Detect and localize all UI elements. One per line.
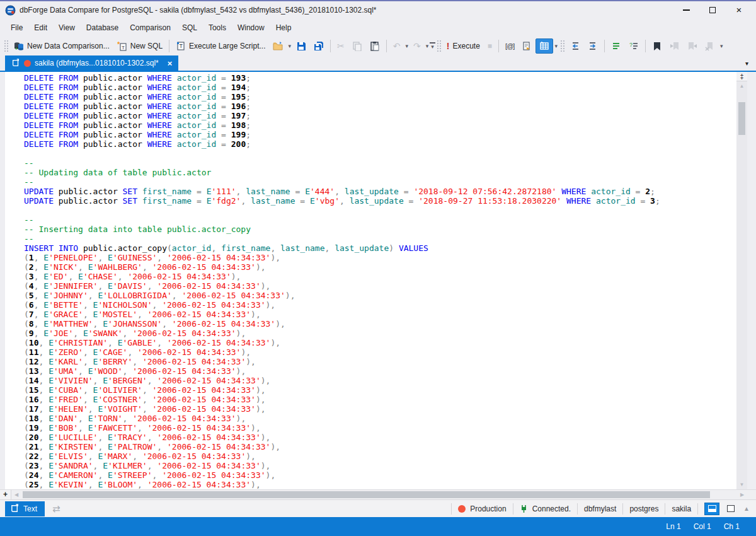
edit-parameters-button[interactable]: [@] [501, 40, 518, 52]
connection-status[interactable]: Connected. [520, 504, 571, 513]
code-line[interactable]: (25, E'KEVIN', E'BLOOM', '2006-02-15 04:… [24, 480, 736, 489]
next-bookmark-button[interactable] [684, 38, 701, 54]
code-line[interactable]: -- [24, 215, 736, 224]
menu-help[interactable]: Help [270, 20, 297, 35]
code-line[interactable]: (2, E'NICK', E'WAHLBERG', '2006-02-15 04… [24, 262, 736, 272]
code-line[interactable]: DELETE FROM public.actor WHERE actor_id … [24, 130, 736, 139]
code-line[interactable]: (14, E'VIVIEN', E'BERGEN', '2006-02-15 0… [24, 376, 736, 385]
menu-file[interactable]: File [5, 20, 28, 35]
code-line[interactable]: DELETE FROM public.actor WHERE actor_id … [24, 83, 736, 92]
previous-bookmark-button[interactable] [666, 38, 684, 54]
comment-lines-button[interactable] [607, 38, 625, 54]
code-line[interactable]: (10, E'CHRISTIAN', E'GABLE', '2006-02-15… [24, 338, 736, 347]
scroll-up-icon[interactable]: ▲ [740, 81, 745, 91]
tab-close-icon[interactable]: × [168, 59, 173, 68]
code-line[interactable]: (23, E'SANDRA', E'KILMER', '2006-02-15 0… [24, 461, 736, 470]
code-line[interactable]: (20, E'LUCILLE', E'TRACY', '2006-02-15 0… [24, 433, 736, 442]
split-editor-horizontal-handle[interactable]: + [0, 490, 11, 499]
vertical-scroll-thumb[interactable] [738, 102, 745, 135]
swap-sources-icon[interactable]: ⇄ [52, 503, 60, 515]
code-line[interactable]: (12, E'KARL', E'BERRY', '2006-02-15 04:3… [24, 357, 736, 366]
toolbar-grip[interactable] [4, 40, 9, 52]
copy-button[interactable] [348, 38, 366, 54]
code-line[interactable]: (22, E'ELVIS', E'MARX', '2006-02-15 04:3… [24, 452, 736, 461]
code-line[interactable]: (5, E'JOHNNY', E'LOLLOBRIGIDA', '2006-02… [24, 291, 736, 300]
environment-category[interactable]: Production [458, 504, 506, 513]
paste-button[interactable] [366, 38, 384, 54]
execute-to-grid-button[interactable] [536, 38, 553, 54]
code-line[interactable]: (13, E'UMA', E'WOOD', '2006-02-15 04:34:… [24, 366, 736, 376]
code-line[interactable]: UPDATE public.actor SET first_name = E'1… [24, 187, 736, 196]
execute-button[interactable]: ! Execute [443, 38, 484, 54]
document-tab[interactable]: sakila (dbfmylas...0181010-1302.sql* × [5, 55, 178, 71]
close-button[interactable]: × [735, 6, 743, 15]
toolbar-grip[interactable] [560, 40, 565, 52]
code-line[interactable]: -- Inserting data into table public.acto… [24, 224, 736, 234]
sql-editor[interactable]: DELETE FROM public.actor WHERE actor_id … [5, 72, 736, 489]
execute-to-file-button[interactable] [518, 38, 536, 54]
code-line[interactable]: DELETE FROM public.actor WHERE actor_id … [24, 102, 736, 111]
scroll-right-icon[interactable]: ▶ [737, 492, 747, 498]
new-sql-button[interactable]: T * New SQL [113, 38, 166, 54]
menu-comparison[interactable]: Comparison [124, 20, 176, 35]
code-line[interactable]: DELETE FROM public.actor WHERE actor_id … [24, 73, 736, 83]
execute-to-dropdown-caret[interactable]: ▾ [553, 43, 559, 49]
execute-large-script-button[interactable]: T Execute Large Script... [172, 38, 269, 54]
toolbar-grip[interactable] [437, 40, 442, 52]
code-line[interactable]: (24, E'CAMERON', E'STREEP', '2006-02-15 … [24, 470, 736, 480]
code-line[interactable]: (8, E'MATTHEW', E'JOHANSSON', '2006-02-1… [24, 319, 736, 329]
code-line[interactable]: INSERT INTO public.actor_copy(actor_id, … [24, 243, 736, 253]
maximize-button[interactable] [708, 6, 717, 15]
increase-indent-button[interactable] [584, 38, 602, 54]
split-editor-handle[interactable]: ‡ [736, 72, 747, 81]
vertical-scrollbar[interactable]: ‡ ▲ ▼ [736, 72, 747, 489]
sql-code[interactable]: DELETE FROM public.actor WHERE actor_id … [5, 72, 736, 489]
code-line[interactable] [24, 149, 736, 158]
uncomment-lines-button[interactable]: ? [625, 38, 643, 54]
cut-button[interactable]: ✂ [333, 39, 348, 53]
menu-edit[interactable]: Edit [28, 20, 53, 35]
database-name[interactable]: sakila [672, 504, 691, 513]
code-line[interactable]: (15, E'CUBA', E'OLIVIER', '2006-02-15 04… [24, 385, 736, 395]
code-line[interactable]: -- [24, 177, 736, 187]
decrease-indent-button[interactable] [566, 38, 584, 54]
tab-list-caret[interactable]: ▾ [745, 60, 748, 67]
server-name[interactable]: dbfmylast [584, 504, 616, 513]
code-line[interactable]: (18, E'DAN', E'TORN', '2006-02-15 04:34:… [24, 414, 736, 423]
new-data-comparison-button[interactable]: New Data Comparison... [10, 38, 113, 54]
full-editor-toggle[interactable] [723, 503, 738, 515]
code-line[interactable]: (11, E'ZERO', E'CAGE', '2006-02-15 04:34… [24, 347, 736, 357]
code-line[interactable]: (9, E'JOE', E'SWANK', '2006-02-15 04:34:… [24, 329, 736, 338]
open-file-button[interactable] [269, 38, 287, 54]
code-line[interactable]: (7, E'GRACE', E'MOSTEL', '2006-02-15 04:… [24, 310, 736, 319]
code-line[interactable]: (6, E'BETTE', E'NICHOLSON', '2006-02-15 … [24, 300, 736, 310]
menu-sql[interactable]: SQL [176, 20, 203, 35]
open-file-dropdown-caret[interactable]: ▾ [287, 43, 292, 49]
collapse-panel-icon[interactable]: ▲ [743, 505, 750, 512]
code-line[interactable]: (19, E'BOB', E'FAWCETT', '2006-02-15 04:… [24, 423, 736, 433]
code-line[interactable]: (16, E'FRED', E'COSTNER', '2006-02-15 04… [24, 395, 736, 404]
code-line[interactable]: DELETE FROM public.actor WHERE actor_id … [24, 139, 736, 149]
clear-bookmarks-button[interactable] [701, 38, 719, 54]
scroll-left-icon[interactable]: ◀ [11, 492, 21, 498]
menu-window[interactable]: Window [232, 20, 270, 35]
user-name[interactable]: postgres [629, 504, 658, 513]
undo-button[interactable]: ↶ [389, 39, 404, 53]
horizontal-scrollbar[interactable]: + ◀ ▶ [0, 489, 756, 499]
code-line[interactable] [24, 206, 736, 215]
toggle-bookmark-button[interactable] [648, 38, 666, 54]
minimize-button[interactable] [682, 6, 690, 15]
code-line[interactable]: (3, E'ED', E'CHASE', '2006-02-15 04:34:3… [24, 272, 736, 281]
code-line[interactable]: (1, E'PENELOPE', E'GUINESS', '2006-02-15… [24, 253, 736, 262]
show-results-pane-toggle[interactable] [704, 503, 719, 515]
code-line[interactable]: UPDATE public.actor SET first_name = E'f… [24, 196, 736, 206]
code-line[interactable]: (21, E'KIRSTEN', E'PALTROW', '2006-02-15… [24, 442, 736, 452]
horizontal-scroll-thumb[interactable] [23, 491, 710, 498]
save-button[interactable] [292, 38, 310, 54]
code-line[interactable]: DELETE FROM public.actor WHERE actor_id … [24, 120, 736, 130]
menu-view[interactable]: View [53, 20, 81, 35]
redo-button[interactable]: ↷ [410, 39, 425, 53]
undo-dropdown-caret[interactable]: ▾ [404, 43, 410, 49]
code-line[interactable]: -- [24, 158, 736, 168]
redo-dropdown-caret[interactable]: ▾ [425, 43, 430, 49]
